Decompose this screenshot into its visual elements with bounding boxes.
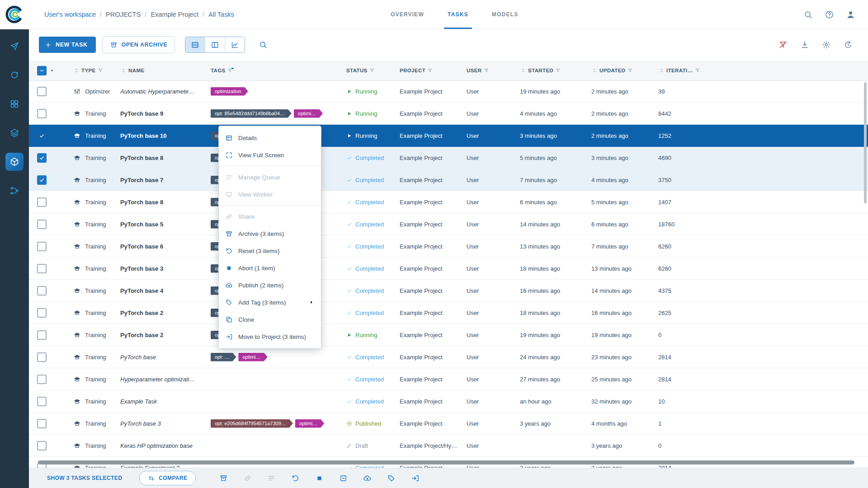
tab-overview[interactable]: OVERVIEW (379, 0, 436, 29)
table-row[interactable]: TrainingKeras HP optimization baseDraftE… (29, 435, 868, 457)
auto-refresh-icon[interactable] (844, 40, 853, 49)
tag-pill[interactable]: optimi… (238, 353, 267, 361)
table-row[interactable]: TrainingPyTorch baseopt: …optimi…Complet… (29, 346, 868, 368)
row-checkbox[interactable] (37, 264, 47, 273)
table-row[interactable]: TrainingPyTorch base 4opt: …optimi…Compl… (29, 280, 868, 302)
row-checkbox[interactable] (37, 441, 47, 450)
publish-icon[interactable] (363, 474, 372, 483)
row-checkbox[interactable] (37, 375, 47, 384)
show-selected-toggle[interactable]: SHOW 3 TASKS SELECTED (47, 475, 122, 481)
detail-view-toggle[interactable] (205, 37, 225, 52)
download-icon[interactable] (800, 40, 809, 49)
row-checkbox[interactable] (37, 419, 47, 428)
task-name[interactable]: PyTorch base 4 (120, 287, 163, 294)
move-to-project-icon[interactable] (411, 474, 420, 483)
compare-view-toggle[interactable] (225, 37, 245, 52)
row-checkbox[interactable] (37, 242, 47, 251)
table-row[interactable]: TrainingPyTorch base 2opt: …optimi…Runni… (29, 324, 868, 346)
tag-pill[interactable]: optimization (211, 87, 248, 96)
column-header-type[interactable]: TYPE (73, 67, 120, 74)
search-icon[interactable] (803, 10, 813, 19)
select-all-header[interactable] (37, 66, 73, 75)
task-name[interactable]: Keras HP optimization base (120, 442, 193, 449)
tag-pill[interactable]: opt: … (211, 353, 236, 361)
table-row[interactable]: TrainingExample TaskCompletedExample Pro… (29, 390, 868, 413)
table-row[interactable]: TrainingPyTorch base 3opt: …optimi…Compl… (29, 258, 868, 280)
task-name[interactable]: PyTorch base 7 (120, 177, 163, 183)
task-name[interactable]: PyTorch base 3 (120, 420, 161, 427)
column-header-iterations[interactable]: ITERATI… (658, 67, 868, 74)
breadcrumb-item[interactable]: User's workspace (44, 11, 96, 18)
sidebar-item-projects[interactable] (5, 153, 24, 171)
table-row[interactable]: TrainingPyTorch base 5opt: …optimi…Compl… (29, 213, 868, 235)
menu-item-publish-2-items[interactable]: Publish (2 items) (219, 277, 321, 294)
horizontal-scrollbar[interactable] (38, 460, 854, 465)
table-row[interactable]: TrainingPyTorch base 3opt: e205d684f7954… (29, 413, 868, 435)
menu-item-clone[interactable]: Clone (219, 311, 321, 328)
column-header-status[interactable]: STATUS (346, 68, 400, 73)
open-archive-button[interactable]: OPEN ARCHIVE (102, 36, 175, 53)
table-row[interactable]: TrainingPyTorch base 10opt: …optimi…Runn… (29, 125, 868, 147)
row-checkbox[interactable] (37, 330, 47, 340)
column-header-updated[interactable]: UPDATED (591, 67, 658, 74)
menu-item-abort-1-item[interactable]: Abort (1 item) (219, 259, 321, 277)
select-all-caret-icon[interactable] (48, 67, 56, 74)
row-checkbox[interactable] (37, 87, 47, 96)
tab-models[interactable]: MODELS (480, 0, 530, 29)
row-checkbox[interactable] (37, 197, 47, 207)
tag-pill[interactable]: optimi… (294, 109, 323, 118)
table-row[interactable]: TrainingPyTorch base 8opt: …optimi…Compl… (29, 147, 868, 169)
select-all-checkbox[interactable] (37, 66, 47, 75)
task-name[interactable]: PyTorch base 2 (120, 310, 163, 316)
table-row[interactable]: TrainingPyTorch base 6opt: …optimi…Compl… (29, 235, 868, 258)
column-header-project[interactable]: PROJECT (400, 68, 467, 73)
column-header-started[interactable]: STARTED (520, 67, 591, 74)
task-name[interactable]: Example Task (120, 398, 157, 405)
task-name[interactable]: Automatic Hyperparamete… (120, 88, 194, 95)
settings-icon[interactable] (822, 40, 831, 49)
row-checkbox[interactable] (37, 175, 47, 185)
compare-button[interactable]: COMPARE (139, 471, 196, 485)
row-checkbox[interactable] (37, 352, 47, 362)
task-name[interactable]: PyTorch base 3 (120, 265, 163, 272)
add-tag-icon[interactable] (387, 474, 396, 483)
task-name[interactable]: PyTorch base 8 (120, 199, 163, 206)
row-checkbox[interactable] (37, 308, 47, 318)
task-name[interactable]: Hyperparameter optimizati… (120, 376, 195, 383)
breadcrumb-item[interactable]: All Tasks (208, 11, 234, 18)
table-search-icon[interactable] (259, 40, 268, 49)
task-name[interactable]: PyTorch base 5 (120, 221, 163, 228)
table-row[interactable]: TrainingPyTorch base 9opt: 85e5482ddd714… (29, 103, 868, 125)
row-checkbox[interactable] (37, 109, 47, 118)
task-name[interactable]: PyTorch base 10 (120, 132, 166, 139)
menu-item-archive-3-items[interactable]: Archive (3 items) (219, 225, 321, 242)
tag-pill[interactable]: opt: e205d684f7954571a7309… (211, 419, 293, 428)
menu-item-reset-3-items[interactable]: Reset (3 items) (219, 242, 321, 259)
row-checkbox[interactable] (37, 286, 47, 296)
column-header-user[interactable]: USER (467, 68, 520, 73)
row-checkbox[interactable] (37, 397, 47, 406)
tag-pill[interactable]: opt: 85e5482ddd7149b8ba04… (211, 109, 292, 118)
row-checkbox[interactable] (37, 153, 47, 163)
table-row[interactable]: TrainingHyperparameter optimizati…Comple… (29, 368, 868, 390)
sidebar-item-datasets[interactable] (5, 124, 24, 142)
column-header-name[interactable]: NAME (120, 67, 211, 74)
table-row[interactable]: TrainingPyTorch base 8opt: …optimi…Compl… (29, 191, 868, 213)
table-row[interactable]: TrainingPyTorch base 7opt: …optimi…Compl… (29, 169, 868, 191)
new-task-button[interactable]: NEW TASK (39, 37, 96, 53)
task-name[interactable]: PyTorch base (120, 354, 156, 361)
clearml-logo[interactable] (5, 5, 24, 24)
table-row[interactable]: TrainingPyTorch base 2opt: …optimi…Compl… (29, 302, 868, 324)
help-icon[interactable] (825, 10, 834, 19)
avatar[interactable] (846, 10, 855, 19)
task-name[interactable]: PyTorch base 6 (120, 243, 163, 250)
table-row[interactable]: OptimizerAutomatic Hyperparamete…optimiz… (29, 80, 868, 103)
sidebar-item-getting-started[interactable] (5, 37, 24, 55)
menu-item-move-to-project-3-items[interactable]: Move to Project (3 items) (219, 328, 321, 345)
sidebar-item-pipelines[interactable] (5, 182, 24, 200)
task-name[interactable]: PyTorch base 8 (120, 155, 163, 161)
task-name[interactable]: PyTorch base 9 (120, 110, 163, 117)
clear-filters-icon[interactable] (778, 40, 788, 49)
reset-icon[interactable] (291, 474, 300, 483)
menu-item-details[interactable]: Details (219, 129, 321, 146)
